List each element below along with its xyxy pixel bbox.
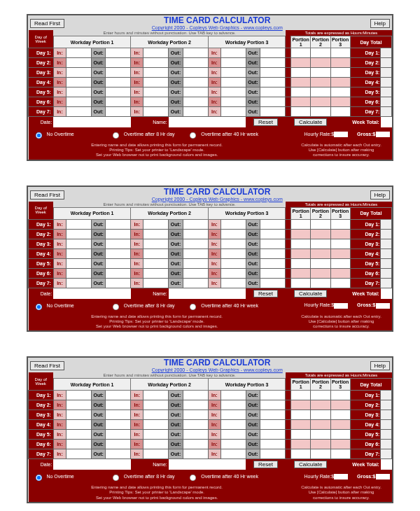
out-input[interactable]: [183, 440, 208, 449]
in-input[interactable]: [144, 97, 169, 107]
in-input[interactable]: [66, 68, 91, 78]
in-input[interactable]: [144, 449, 169, 459]
out-input[interactable]: [106, 440, 131, 449]
out-input[interactable]: [106, 391, 131, 400]
out-input[interactable]: [260, 48, 286, 58]
out-input[interactable]: [260, 78, 286, 88]
out-input[interactable]: [260, 219, 286, 229]
in-input[interactable]: [144, 48, 169, 58]
in-input[interactable]: [66, 278, 91, 288]
out-input[interactable]: [106, 420, 131, 430]
in-input[interactable]: [220, 58, 246, 68]
in-input[interactable]: [144, 248, 169, 258]
in-input[interactable]: [144, 430, 169, 440]
hourly-rate-input[interactable]: [334, 303, 348, 309]
out-input[interactable]: [106, 68, 131, 78]
out-input[interactable]: [260, 268, 286, 278]
in-input[interactable]: [220, 48, 246, 58]
in-input[interactable]: [66, 48, 91, 58]
out-input[interactable]: [260, 58, 286, 68]
calculate-button[interactable]: Calculate: [294, 461, 327, 468]
in-input[interactable]: [66, 88, 91, 97]
out-input[interactable]: [260, 68, 286, 78]
reset-button[interactable]: Reset: [253, 290, 278, 298]
out-input[interactable]: [106, 268, 131, 278]
out-input[interactable]: [106, 239, 131, 248]
in-input[interactable]: [220, 410, 246, 420]
opt-no-overtime[interactable]: No Overtime: [29, 299, 106, 313]
in-input[interactable]: [144, 229, 169, 239]
in-input[interactable]: [66, 229, 91, 239]
out-input[interactable]: [183, 430, 208, 440]
name-input[interactable]: [169, 117, 246, 128]
in-input[interactable]: [66, 400, 91, 410]
in-input[interactable]: [220, 107, 246, 117]
in-input[interactable]: [66, 239, 91, 248]
opt-overtime-8hr[interactable]: Overtime after 8 Hr day: [106, 299, 183, 313]
in-input[interactable]: [220, 229, 246, 239]
out-input[interactable]: [260, 258, 286, 268]
calculate-button[interactable]: Calculate: [294, 290, 327, 298]
opt-overtime-40hr[interactable]: Overtime after 40 Hr week: [183, 470, 286, 484]
out-input[interactable]: [260, 410, 286, 420]
out-input[interactable]: [260, 449, 286, 459]
out-input[interactable]: [260, 239, 286, 248]
out-input[interactable]: [106, 97, 131, 107]
in-input[interactable]: [220, 268, 246, 278]
out-input[interactable]: [260, 107, 286, 117]
out-input[interactable]: [260, 229, 286, 239]
help-button[interactable]: Help: [370, 361, 390, 370]
in-input[interactable]: [66, 440, 91, 449]
opt-overtime-8hr[interactable]: Overtime after 8 Hr day: [106, 127, 183, 141]
out-input[interactable]: [183, 78, 208, 88]
out-input[interactable]: [183, 48, 208, 58]
opt-overtime-40hr[interactable]: Overtime after 40 Hr week: [183, 299, 286, 313]
in-input[interactable]: [220, 88, 246, 97]
in-input[interactable]: [66, 391, 91, 400]
opt-no-overtime[interactable]: No Overtime: [29, 127, 106, 141]
out-input[interactable]: [260, 248, 286, 258]
in-input[interactable]: [220, 68, 246, 78]
in-input[interactable]: [220, 219, 246, 229]
in-input[interactable]: [66, 219, 91, 229]
opt-no-overtime[interactable]: No Overtime: [29, 470, 106, 484]
out-input[interactable]: [106, 219, 131, 229]
calculate-button[interactable]: Calculate: [294, 118, 327, 126]
in-input[interactable]: [66, 268, 91, 278]
copyright-link[interactable]: Copyright 2000 - Copleys Web Graphics - …: [152, 25, 283, 30]
out-input[interactable]: [106, 58, 131, 68]
in-input[interactable]: [220, 97, 246, 107]
in-input[interactable]: [144, 68, 169, 78]
hourly-rate-input[interactable]: [334, 132, 348, 137]
out-input[interactable]: [183, 391, 208, 400]
out-input[interactable]: [106, 278, 131, 288]
out-input[interactable]: [106, 400, 131, 410]
out-input[interactable]: [260, 88, 286, 97]
help-button[interactable]: Help: [370, 190, 390, 200]
out-input[interactable]: [183, 258, 208, 268]
reset-button[interactable]: Reset: [253, 461, 278, 468]
date-input[interactable]: [53, 117, 130, 128]
out-input[interactable]: [106, 248, 131, 258]
in-input[interactable]: [144, 239, 169, 248]
out-input[interactable]: [260, 400, 286, 410]
out-input[interactable]: [183, 68, 208, 78]
in-input[interactable]: [66, 420, 91, 430]
in-input[interactable]: [144, 440, 169, 449]
help-button[interactable]: Help: [370, 19, 390, 28]
out-input[interactable]: [260, 97, 286, 107]
in-input[interactable]: [220, 248, 246, 258]
hourly-rate-input[interactable]: [334, 474, 348, 479]
out-input[interactable]: [106, 78, 131, 88]
out-input[interactable]: [106, 229, 131, 239]
out-input[interactable]: [106, 88, 131, 97]
in-input[interactable]: [144, 107, 169, 117]
out-input[interactable]: [183, 420, 208, 430]
out-input[interactable]: [183, 58, 208, 68]
out-input[interactable]: [183, 449, 208, 459]
out-input[interactable]: [183, 278, 208, 288]
in-input[interactable]: [220, 258, 246, 268]
out-input[interactable]: [183, 88, 208, 97]
in-input[interactable]: [66, 58, 91, 68]
in-input[interactable]: [144, 410, 169, 420]
